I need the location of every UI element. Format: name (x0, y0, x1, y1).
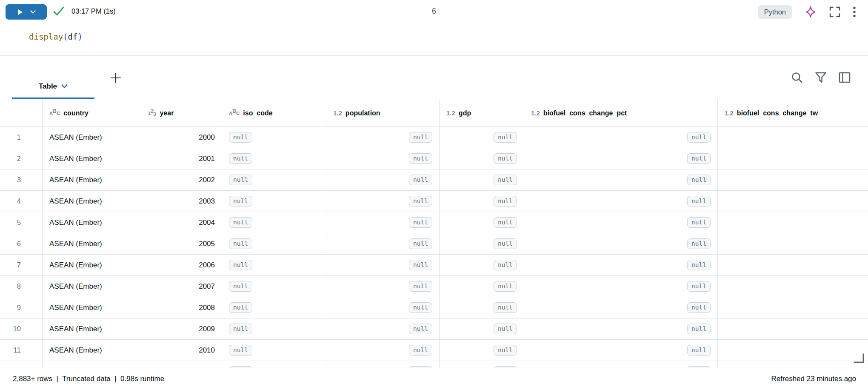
table-cell[interactable]: ASEAN (Ember) (43, 148, 141, 169)
chevron-down-icon[interactable] (30, 10, 36, 14)
table-cell[interactable]: null (524, 340, 718, 361)
table-cell[interactable]: null (222, 212, 326, 233)
table-cell[interactable]: null (326, 148, 440, 169)
table-cell[interactable]: ASEAN (Ember) (43, 361, 141, 368)
column-header[interactable]: ABCiso_code (222, 100, 326, 127)
table-cell[interactable]: null (326, 191, 440, 212)
add-visualization-button[interactable] (109, 72, 122, 84)
table-cell[interactable]: null (326, 255, 440, 276)
columns-panel-icon[interactable] (838, 72, 851, 83)
table-cell[interactable]: null (524, 361, 718, 368)
run-button[interactable] (6, 4, 47, 20)
table-cell[interactable]: ASEAN (Ember) (43, 340, 141, 361)
code-editor-line[interactable]: display(df) (29, 32, 83, 42)
table-cell[interactable]: null (440, 297, 524, 318)
table-cell[interactable]: null (524, 276, 718, 297)
column-header[interactable]: 1.2population (326, 100, 440, 127)
table-cell[interactable]: 2003 (141, 191, 222, 212)
table-cell[interactable]: null (326, 276, 440, 297)
row-number-cell[interactable]: 6 (0, 233, 43, 255)
table-cell[interactable]: ASEAN (Ember) (43, 191, 141, 212)
table-cell[interactable]: null (440, 169, 524, 191)
table-cell[interactable]: null (524, 233, 718, 255)
table-cell[interactable] (718, 297, 868, 318)
table-cell[interactable]: null (440, 212, 524, 233)
table-cell[interactable]: null (524, 148, 718, 169)
table-cell[interactable]: null (222, 191, 326, 212)
table-cell[interactable]: null (326, 233, 440, 255)
table-cell[interactable]: null (222, 233, 326, 255)
table-cell[interactable]: ASEAN (Ember) (43, 233, 141, 255)
table-cell[interactable]: 2008 (141, 297, 222, 318)
row-number-cell[interactable]: 12 (0, 361, 43, 368)
table-cell[interactable]: null (440, 191, 524, 212)
table-cell[interactable]: null (440, 276, 524, 297)
table-cell[interactable]: 2009 (141, 318, 222, 340)
table-cell[interactable]: null (222, 169, 326, 191)
table-cell[interactable]: 2002 (141, 169, 222, 191)
table-cell[interactable]: 2010 (141, 340, 222, 361)
table-cell[interactable]: null (326, 318, 440, 340)
table-cell[interactable]: null (326, 361, 440, 368)
table-cell[interactable]: null (440, 148, 524, 169)
column-header[interactable]: 1.2biofuel_cons_change_tw (718, 100, 868, 127)
table-cell[interactable]: null (440, 318, 524, 340)
row-number-cell[interactable]: 3 (0, 169, 43, 191)
table-cell[interactable]: null (326, 169, 440, 191)
table-cell[interactable]: ASEAN (Ember) (43, 318, 141, 340)
table-cell[interactable]: null (440, 340, 524, 361)
table-cell[interactable]: null (326, 212, 440, 233)
column-header[interactable]: ABCcountry (43, 100, 141, 127)
table-cell[interactable]: null (326, 127, 440, 148)
table-cell[interactable]: null (222, 340, 326, 361)
table-cell[interactable]: 2004 (141, 212, 222, 233)
assistant-sparkle-icon[interactable] (804, 6, 817, 18)
row-number-cell[interactable]: 5 (0, 212, 43, 233)
table-cell[interactable]: 2001 (141, 148, 222, 169)
table-cell[interactable]: null (222, 255, 326, 276)
table-cell[interactable]: ASEAN (Ember) (43, 212, 141, 233)
tab-table[interactable]: Table (12, 75, 94, 99)
table-cell[interactable]: null (222, 127, 326, 148)
play-icon[interactable] (17, 9, 23, 16)
filter-icon[interactable] (814, 71, 827, 84)
table-cell[interactable]: null (524, 297, 718, 318)
table-cell[interactable]: null (524, 318, 718, 340)
table-cell[interactable]: null (222, 361, 326, 368)
search-icon[interactable] (791, 71, 803, 84)
row-number-cell[interactable]: 11 (0, 340, 43, 361)
column-header[interactable]: 123year (141, 100, 222, 127)
row-number-cell[interactable]: 8 (0, 276, 43, 297)
language-selector[interactable]: Python (758, 5, 792, 19)
table-cell[interactable]: ASEAN (Ember) (43, 276, 141, 297)
table-cell[interactable]: 2005 (141, 233, 222, 255)
table-cell[interactable]: null (326, 340, 440, 361)
table-cell[interactable]: 2011 (141, 361, 222, 368)
table-cell[interactable]: null (440, 255, 524, 276)
table-cell[interactable]: null (524, 255, 718, 276)
row-number-cell[interactable]: 9 (0, 297, 43, 318)
table-cell[interactable]: ASEAN (Ember) (43, 169, 141, 191)
table-cell[interactable]: null (524, 127, 718, 148)
table-cell[interactable]: null (222, 276, 326, 297)
table-cell[interactable] (718, 361, 868, 368)
table-cell[interactable] (718, 255, 868, 276)
resize-handle-icon[interactable] (853, 353, 865, 366)
table-cell[interactable]: null (524, 191, 718, 212)
table-cell[interactable] (718, 148, 868, 169)
table-cell[interactable]: null (326, 297, 440, 318)
table-cell[interactable]: null (524, 169, 718, 191)
table-cell[interactable]: null (440, 127, 524, 148)
table-cell[interactable]: null (222, 318, 326, 340)
table-cell[interactable]: null (440, 233, 524, 255)
table-cell[interactable]: null (222, 148, 326, 169)
table-cell[interactable] (718, 318, 868, 340)
row-number-cell[interactable]: 4 (0, 191, 43, 212)
table-cell[interactable] (718, 212, 868, 233)
table-cell[interactable]: null (222, 297, 326, 318)
table-cell[interactable]: ASEAN (Ember) (43, 127, 141, 148)
row-number-cell[interactable]: 7 (0, 255, 43, 276)
table-cell[interactable]: ASEAN (Ember) (43, 255, 141, 276)
row-number-cell[interactable]: 1 (0, 127, 43, 148)
table-cell[interactable] (718, 276, 868, 297)
